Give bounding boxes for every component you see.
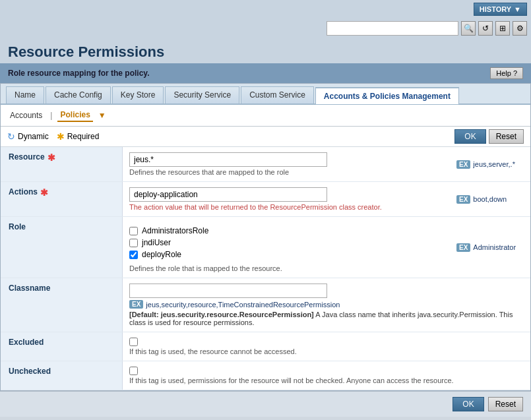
policies-dropdown-icon[interactable]: ▼ xyxy=(98,111,106,120)
settings-button[interactable]: ⚙ xyxy=(513,21,527,36)
subtab-policies[interactable]: Policies xyxy=(57,109,92,122)
classname-row: Classname EX jeus,security,resource,Time… xyxy=(1,278,530,332)
resource-hint: Defines the resources that are mapped to… xyxy=(129,168,445,176)
search-bar: 🔍 ↺ ⊞ ⚙ xyxy=(0,18,531,38)
history-arrow: ▼ xyxy=(514,5,521,13)
tab-cache-config[interactable]: Cache Config xyxy=(46,86,111,104)
excluded-row: Excluded If this tag is used, the resour… xyxy=(1,332,530,361)
resource-input[interactable] xyxy=(129,152,327,167)
bottom-ok-button[interactable]: OK xyxy=(453,397,484,411)
resource-ex-value: jeus,server,.* xyxy=(473,160,515,168)
role-ex-badge: EX xyxy=(456,243,470,252)
help-button[interactable]: Help ? xyxy=(490,67,523,79)
classname-ex-badge: EX xyxy=(129,300,143,309)
page-title: Resource Permissions xyxy=(0,38,531,63)
role-ex-value: Administrator xyxy=(473,243,516,251)
unchecked-hint: If this tag is used, permissions for the… xyxy=(129,376,524,384)
classname-ex-value: jeus,security,resource,TimeConstrainedRe… xyxy=(146,301,340,309)
tab-bar: Name Cache Config Key Store Security Ser… xyxy=(1,84,530,105)
dynamic-label: Dynamic xyxy=(18,132,49,141)
options-bar: ↻ Dynamic ✱ Required OK Reset xyxy=(1,127,530,147)
role-label: Role xyxy=(1,217,123,278)
excluded-hint: If this tag is used, the resource cannot… xyxy=(129,347,524,355)
options-left: ↻ Dynamic ✱ Required xyxy=(7,131,99,142)
sub-tab-bar: Accounts | Policies ▼ xyxy=(1,105,530,127)
unchecked-checkbox-input[interactable] xyxy=(129,367,138,375)
actions-label: Actions ✱ xyxy=(1,182,123,216)
tab-accounts-policies[interactable]: Accounts & Policies Management xyxy=(315,87,459,104)
actions-hint: The action value that will be returned t… xyxy=(129,203,445,211)
dynamic-icon: ↻ xyxy=(7,131,15,142)
role-checkbox-jndi[interactable]: jndiUser xyxy=(129,238,445,247)
classname-input[interactable] xyxy=(129,284,327,298)
search-input[interactable] xyxy=(327,21,458,36)
resource-example: EX jeus,server,.* xyxy=(451,147,530,181)
tab-name[interactable]: Name xyxy=(6,86,44,104)
required-icon: ✱ xyxy=(57,131,65,142)
actions-required-icon: ✱ xyxy=(40,187,48,198)
search-button[interactable]: 🔍 xyxy=(461,21,476,36)
unchecked-field: If this tag is used, permissions for the… xyxy=(123,361,530,390)
excluded-label: Excluded xyxy=(1,332,123,361)
history-label: HISTORY xyxy=(480,5,511,13)
refresh-button[interactable]: ↺ xyxy=(478,21,493,36)
unchecked-row: Unchecked If this tag is used, permissio… xyxy=(1,361,530,390)
role-field: AdministratorsRole jndiUser deployRole D… xyxy=(123,217,451,278)
subtab-accounts[interactable]: Accounts xyxy=(7,109,45,121)
actions-input[interactable] xyxy=(129,187,327,202)
main-content: Name Cache Config Key Store Security Ser… xyxy=(0,83,531,391)
actions-ex-badge: EX xyxy=(456,195,470,204)
classname-default: [Default: jeus.security.resource.Resourc… xyxy=(129,311,314,318)
classname-label: Classname xyxy=(1,278,123,332)
role-jndi-label: jndiUser xyxy=(142,238,171,247)
resource-field: Defines the resources that are mapped to… xyxy=(123,147,451,181)
role-row: Role AdministratorsRole jndiUser deployR… xyxy=(1,217,530,278)
classname-field: EX jeus,security,resource,TimeConstraine… xyxy=(123,278,530,332)
history-button[interactable]: HISTORY ▼ xyxy=(474,3,527,16)
actions-ex-value: boot,down xyxy=(473,195,507,203)
dynamic-option: ↻ Dynamic xyxy=(7,131,49,142)
policy-bar: Role resource mapping for the policy. He… xyxy=(0,63,531,83)
top-reset-button[interactable]: Reset xyxy=(489,129,524,144)
policy-bar-text: Role resource mapping for the policy. xyxy=(8,69,149,78)
resource-required-icon: ✱ xyxy=(47,152,55,163)
role-checkbox-admin[interactable]: AdministratorsRole xyxy=(129,226,445,235)
excluded-checkbox[interactable] xyxy=(129,338,524,346)
sub-divider: | xyxy=(50,111,52,120)
tab-custom-service[interactable]: Custom Service xyxy=(241,86,314,104)
role-example: EX Administrator xyxy=(451,217,530,278)
required-option: ✱ Required xyxy=(57,131,100,142)
options-right: OK Reset xyxy=(454,129,524,144)
excluded-checkbox-input[interactable] xyxy=(129,338,138,346)
bottom-reset-button[interactable]: Reset xyxy=(488,397,523,411)
role-checkbox-deploy-input[interactable] xyxy=(129,251,138,259)
actions-example: EX boot,down xyxy=(451,182,530,216)
tab-security-service[interactable]: Security Service xyxy=(165,86,239,104)
bottom-bar: OK Reset xyxy=(0,391,531,417)
tab-key-store[interactable]: Key Store xyxy=(112,86,164,104)
role-checkbox-admin-input[interactable] xyxy=(129,227,138,235)
resource-ex-badge: EX xyxy=(456,160,470,169)
unchecked-checkbox[interactable] xyxy=(129,367,524,375)
top-bar: HISTORY ▼ xyxy=(0,0,531,18)
role-hint: Defines the role that is mapped to the r… xyxy=(129,264,445,272)
actions-row: Actions ✱ The action value that will be … xyxy=(1,182,530,217)
actions-field: The action value that will be returned t… xyxy=(123,182,451,216)
resource-label: Resource ✱ xyxy=(1,147,123,181)
unchecked-label: Unchecked xyxy=(1,361,123,390)
role-deploy-label: deployRole xyxy=(142,250,181,259)
resource-row: Resource ✱ Defines the resources that ar… xyxy=(1,147,530,182)
form-area: Resource ✱ Defines the resources that ar… xyxy=(1,147,530,390)
top-ok-button[interactable]: OK xyxy=(454,129,485,144)
required-label: Required xyxy=(67,132,100,141)
excluded-field: If this tag is used, the resource cannot… xyxy=(123,332,530,361)
classname-note: [Default: jeus.security.resource.Resourc… xyxy=(129,311,524,326)
role-checkbox-jndi-input[interactable] xyxy=(129,239,138,247)
role-checkbox-deploy[interactable]: deployRole xyxy=(129,250,445,259)
role-admin-label: AdministratorsRole xyxy=(142,226,208,235)
role-checkbox-list: AdministratorsRole jndiUser deployRole xyxy=(129,222,445,263)
grid-button[interactable]: ⊞ xyxy=(495,21,510,36)
